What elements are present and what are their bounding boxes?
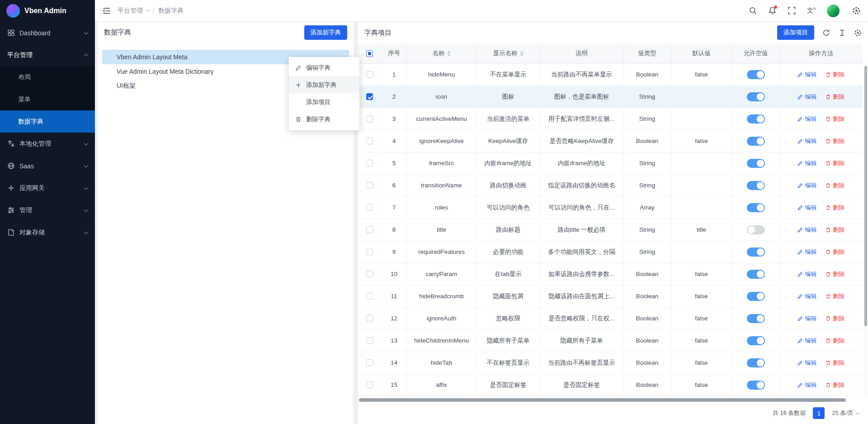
- row-checkbox[interactable]: [366, 337, 373, 344]
- sort-icon[interactable]: [447, 51, 451, 56]
- row-checkbox[interactable]: [366, 381, 373, 388]
- page-button[interactable]: 1: [813, 407, 825, 419]
- table-row[interactable]: 1 hideMenu 不在菜单显示 当前路由不再菜单显示 Boolean fal…: [358, 63, 863, 86]
- nullable-toggle[interactable]: [747, 270, 765, 279]
- delete-button[interactable]: 删除: [826, 337, 844, 345]
- delete-button[interactable]: 删除: [826, 314, 844, 323]
- delete-button[interactable]: 删除: [826, 71, 844, 79]
- breadcrumb-root[interactable]: 平台管理: [118, 7, 143, 15]
- edit-button[interactable]: 编辑: [797, 115, 816, 123]
- select-all-header[interactable]: [358, 43, 382, 63]
- table-row[interactable]: 15 affix 是否固定标签 是否固定标签 Boolean false 编辑 …: [358, 374, 863, 396]
- delete-button[interactable]: 删除: [826, 137, 844, 145]
- add-dictionary-button[interactable]: 添加新字典: [304, 25, 348, 40]
- table-row[interactable]: 5 frameSrc 内嵌iframe的地址 内嵌iframe的地址 Strin…: [358, 152, 863, 174]
- row-checkbox[interactable]: [366, 182, 373, 189]
- column-header-display[interactable]: 显示名称: [476, 43, 540, 63]
- delete-button[interactable]: 删除: [826, 292, 844, 300]
- sidebar-item-layout[interactable]: 布局: [0, 66, 95, 88]
- nullable-toggle[interactable]: [747, 336, 765, 345]
- vertical-scrollbar[interactable]: [863, 63, 868, 397]
- delete-button[interactable]: 删除: [826, 226, 844, 234]
- table-row[interactable]: 7 roles 可以访问的角色 可以访问的角色，只在... Array 编辑 删…: [358, 196, 863, 219]
- gear-icon[interactable]: [852, 6, 861, 15]
- table-row[interactable]: 13 hideChildrenInMenu 隐藏所有子菜单 隐藏所有子菜单 Bo…: [358, 329, 863, 352]
- delete-button[interactable]: 删除: [826, 93, 844, 101]
- search-icon[interactable]: [749, 6, 757, 15]
- row-checkbox[interactable]: [366, 359, 373, 366]
- sidebar-item-platform[interactable]: 平台管理: [0, 44, 95, 66]
- page-size-select[interactable]: 25 条/页: [832, 409, 859, 417]
- nullable-toggle[interactable]: [747, 159, 765, 168]
- edit-button[interactable]: 编辑: [797, 71, 816, 79]
- sidebar-item-management[interactable]: 管理: [0, 199, 95, 221]
- edit-button[interactable]: 编辑: [797, 270, 816, 278]
- sidebar-item-localization[interactable]: 本地化管理: [0, 133, 95, 155]
- delete-button[interactable]: 删除: [826, 159, 844, 167]
- table-row[interactable]: 2 icon 图标 图标，也是菜单图标 String 编辑 删除: [358, 86, 863, 108]
- edit-button[interactable]: 编辑: [797, 381, 816, 389]
- row-checkbox[interactable]: [366, 138, 373, 144]
- row-checkbox[interactable]: [366, 315, 373, 322]
- row-checkbox[interactable]: [366, 248, 373, 255]
- context-menu-add-item[interactable]: 添加项目: [289, 94, 359, 111]
- nullable-toggle[interactable]: [747, 225, 765, 234]
- table-row[interactable]: 9 requiredFeatures 必要的功能 多个功能间用英文，分隔 Str…: [358, 241, 863, 263]
- edit-button[interactable]: 编辑: [797, 226, 816, 234]
- logo[interactable]: Vben Admin: [0, 0, 95, 22]
- sidebar-collapse-icon[interactable]: [102, 6, 111, 15]
- context-menu-delete-dictionary[interactable]: 删除字典: [289, 111, 359, 128]
- select-all-checkbox[interactable]: [366, 50, 373, 57]
- avatar[interactable]: [827, 5, 840, 17]
- nullable-toggle[interactable]: [747, 381, 765, 390]
- edit-button[interactable]: 编辑: [797, 204, 816, 212]
- edit-button[interactable]: 编辑: [797, 314, 816, 323]
- delete-button[interactable]: 删除: [826, 204, 844, 212]
- translate-icon[interactable]: 文A: [807, 6, 816, 15]
- table-row[interactable]: 4 ignoreKeepAlive KeepAlive缓存 是否忽略KeepAl…: [358, 130, 863, 152]
- nullable-toggle[interactable]: [747, 114, 765, 124]
- table-row[interactable]: 8 title 路由标题 路由title 一般必填 String title 编…: [358, 219, 863, 241]
- horizontal-scrollbar-thumb[interactable]: [359, 398, 846, 402]
- table-row[interactable]: 14 hideTab 不在标签页显示 当前路由不再标签页显示 Boolean f…: [358, 352, 863, 374]
- delete-button[interactable]: 删除: [826, 270, 844, 278]
- nullable-toggle[interactable]: [747, 292, 765, 301]
- vertical-scrollbar-thumb[interactable]: [864, 66, 867, 326]
- sidebar-item-object-storage[interactable]: 对象存储: [0, 221, 95, 243]
- row-height-icon[interactable]: [838, 29, 846, 37]
- nullable-toggle[interactable]: [747, 358, 765, 367]
- sort-icon[interactable]: [520, 51, 524, 56]
- edit-button[interactable]: 编辑: [797, 159, 816, 167]
- edit-button[interactable]: 编辑: [797, 248, 816, 256]
- row-checkbox[interactable]: [366, 71, 373, 78]
- delete-button[interactable]: 删除: [826, 248, 844, 256]
- context-menu-add-dictionary[interactable]: 添加新字典: [289, 76, 359, 94]
- sidebar-item-data-dictionary[interactable]: 数据字典: [0, 110, 95, 133]
- column-header-name[interactable]: 名称: [406, 43, 476, 63]
- edit-button[interactable]: 编辑: [797, 359, 816, 367]
- table-row[interactable]: 6 transitionName 路由切换动画 指定该路由切换的动画名 Stri…: [358, 174, 863, 196]
- table-settings-gear-icon[interactable]: [854, 29, 862, 37]
- table-row[interactable]: 3 currentActiveMenu 当前激活的菜单 用于配置详情页时左侧..…: [358, 108, 863, 130]
- table-row[interactable]: 11 hideBreadcrumb 隐藏面包屑 隐藏该路由在面包屑上... Bo…: [358, 285, 863, 307]
- row-checkbox[interactable]: [366, 93, 373, 100]
- edit-button[interactable]: 编辑: [797, 337, 816, 345]
- edit-button[interactable]: 编辑: [797, 93, 816, 101]
- edit-button[interactable]: 编辑: [797, 181, 816, 190]
- add-item-button[interactable]: 添加项目: [777, 25, 814, 40]
- notification-bell-icon[interactable]: [768, 6, 777, 15]
- nullable-toggle[interactable]: [747, 248, 765, 257]
- row-checkbox[interactable]: [366, 293, 373, 300]
- edit-button[interactable]: 编辑: [797, 137, 816, 145]
- table-row[interactable]: 12 ignoreAuth 忽略权限 是否忽略权限，只在权... Boolean…: [358, 307, 863, 329]
- edit-button[interactable]: 编辑: [797, 292, 816, 300]
- delete-button[interactable]: 删除: [826, 381, 844, 389]
- delete-button[interactable]: 删除: [826, 115, 844, 123]
- nullable-toggle[interactable]: [747, 181, 765, 190]
- delete-button[interactable]: 删除: [826, 181, 844, 190]
- row-checkbox[interactable]: [366, 226, 373, 233]
- table-row[interactable]: 10 carryParam 在tab显示 如果该路由会携带参数... Boole…: [358, 263, 863, 285]
- row-checkbox[interactable]: [366, 160, 373, 167]
- nullable-toggle[interactable]: [747, 314, 765, 323]
- context-menu-edit-dictionary[interactable]: 编辑字典: [289, 59, 359, 76]
